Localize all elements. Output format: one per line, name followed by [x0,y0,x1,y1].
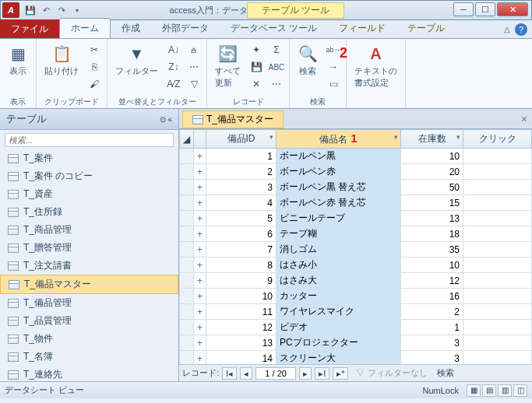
nav-item[interactable]: T_贈答管理 [0,239,178,257]
table-row[interactable]: +2ボールペン赤20 [180,164,532,180]
cell-name[interactable]: ボールペン黒 替え芯 [277,180,401,195]
col-stock[interactable]: 在庫数▾ [401,130,463,149]
cell-name[interactable]: PCプロジェクター [277,335,401,351]
find-button[interactable]: 🔍検索 [294,42,321,79]
cell-id[interactable]: 12 [206,320,277,335]
table-row[interactable]: +6テープ糊18 [180,226,532,242]
chart-view-button[interactable]: ◫ [513,384,527,397]
cell-stock[interactable]: 10 [401,149,463,164]
row-header[interactable] [180,258,194,273]
more-records-icon[interactable]: ⋯ [269,76,284,92]
nav-item[interactable]: T_住所録 [0,203,178,221]
cell-id[interactable]: 1 [206,149,277,164]
cell-stock[interactable]: 35 [401,242,463,258]
expand-button[interactable]: + [194,242,206,258]
expand-button[interactable]: + [194,211,206,226]
maximize-button[interactable]: ☐ [475,2,495,16]
cell-stock[interactable]: 20 [401,164,463,180]
nav-item[interactable]: T_物件 [0,330,178,348]
cell-blank[interactable] [463,273,532,289]
cell-name[interactable]: ビデオ [277,320,401,335]
cell-name[interactable]: カッター [277,289,401,304]
new-record-nav-button[interactable]: ▸* [333,367,348,380]
row-header[interactable] [180,164,194,180]
cell-id[interactable]: 4 [206,195,277,211]
view-button[interactable]: ▦表示 [5,42,31,79]
chevron-down-icon[interactable]: ▾ [394,133,398,141]
expand-button[interactable]: + [194,226,206,242]
table-row[interactable]: +10カッター16 [180,289,532,304]
new-record-icon[interactable]: ✦ [248,42,264,58]
tab-external[interactable]: 外部データ [151,19,220,38]
nav-item[interactable]: T_備品マスター [0,275,178,294]
chevron-down-icon[interactable]: ▾ [456,133,460,141]
table-row[interactable]: +13PCプロジェクター3 [180,335,532,351]
row-header[interactable] [180,180,194,195]
table-row[interactable]: +12ビデオ1 [180,320,532,335]
cell-blank[interactable] [463,149,532,164]
tab-create[interactable]: 作成 [111,19,151,38]
tab-dbtools[interactable]: データベース ツール [220,19,328,38]
ribbon-minimize-icon[interactable]: △ [504,25,510,33]
cell-blank[interactable] [463,226,532,242]
row-header[interactable] [180,242,194,258]
delete-record-icon[interactable]: ✕ [248,76,264,92]
row-header[interactable] [180,211,194,226]
cell-stock[interactable]: 2 [401,304,463,320]
cell-id[interactable]: 2 [206,164,277,180]
sort-desc-icon[interactable]: Z↓ [166,59,181,75]
cell-name[interactable]: ボールペン赤 [277,164,401,180]
search-input[interactable] [5,133,174,147]
cell-stock[interactable]: 50 [401,180,463,195]
tab-file[interactable]: ファイル [0,19,59,38]
cell-id[interactable]: 13 [206,335,277,351]
cell-blank[interactable] [463,164,532,180]
nav-item[interactable]: T_案件 のコピー [0,167,178,185]
cell-stock[interactable]: 3 [401,351,463,365]
sort-asc-icon[interactable]: A↓ [166,42,181,58]
cell-id[interactable]: 8 [206,258,277,273]
cell-stock[interactable]: 1 [401,320,463,335]
tab-table[interactable]: テーブル [396,19,456,38]
totals-icon[interactable]: Σ [269,42,284,58]
paste-button[interactable]: 📋貼り付け [41,42,82,79]
cell-stock[interactable]: 13 [401,211,463,226]
cell-id[interactable]: 9 [206,273,277,289]
pivot-view-button[interactable]: ▥ [498,384,512,397]
table-row[interactable]: +3ボールペン黒 替え芯50 [180,180,532,195]
filter-button[interactable]: ▼フィルター [112,42,161,79]
minimize-button[interactable]: ─ [453,2,474,16]
expand-button[interactable]: + [194,335,206,351]
save-record-icon[interactable]: 💾 [248,59,264,75]
cell-name[interactable]: ビニールテープ [277,211,401,226]
cell-blank[interactable] [463,195,532,211]
row-header[interactable] [180,226,194,242]
advanced-filter-icon[interactable]: ⋯ [186,59,202,75]
expand-button[interactable]: + [194,273,206,289]
expand-button[interactable]: + [194,320,206,335]
select-all-cell[interactable]: ◢ [180,130,194,149]
expand-button[interactable]: + [194,258,206,273]
collapse-icon[interactable]: ⊙ « [160,115,172,124]
refresh-all-button[interactable]: 🔄すべて 更新 [212,42,244,90]
cell-name[interactable]: はさみ大 [277,273,401,289]
first-record-button[interactable]: I◂ [222,367,237,380]
cut-icon[interactable]: ✂ [86,42,102,58]
expand-button[interactable]: + [194,180,206,195]
format-painter-icon[interactable]: 🖌 [86,76,102,92]
navpane-header[interactable]: テーブル ⊙ « [0,109,178,130]
cell-name[interactable]: 消しゴム [277,242,401,258]
nav-item[interactable]: T_名簿 [0,348,178,366]
row-header[interactable] [180,335,194,351]
table-row[interactable]: +8はさみ小10 [180,258,532,273]
replace-icon[interactable]: ab↔ [326,42,341,58]
cell-blank[interactable] [463,351,532,365]
cell-blank[interactable] [463,258,532,273]
datasheet[interactable]: ◢ 備品ID▾ 備品名1▾ 在庫数▾ クリック +1ボールペン黒10+2ボールペ… [179,129,532,364]
nav-item[interactable]: T_品質管理 [0,312,178,330]
spelling-icon[interactable]: ABC [269,59,284,75]
cell-stock[interactable]: 10 [401,258,463,273]
next-record-button[interactable]: ▸ [299,367,312,380]
expand-button[interactable]: + [194,195,206,211]
nav-item[interactable]: T_連絡先 [0,366,178,381]
